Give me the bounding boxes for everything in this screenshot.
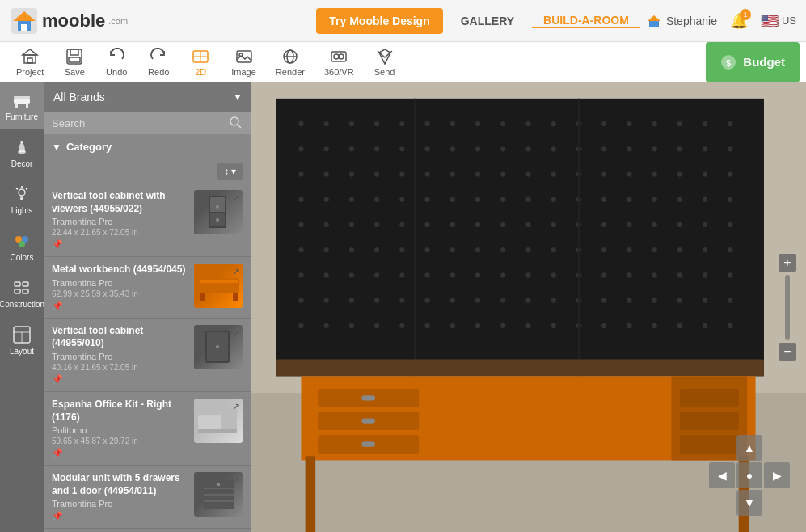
- svg-point-123: [703, 171, 707, 176]
- product-share-icon-0[interactable]: ↗: [232, 192, 240, 204]
- product-item-1[interactable]: Metal workbench (44954/045) Tramontina P…: [44, 257, 251, 319]
- svg-point-147: [399, 222, 404, 227]
- toolbar-render[interactable]: Render: [266, 44, 314, 80]
- product-item-4[interactable]: Modular unit with 5 drawers and 1 door (…: [44, 466, 251, 529]
- sidebar-item-colors[interactable]: Colors: [0, 223, 44, 270]
- search-bar: [44, 112, 251, 134]
- svg-point-125: [298, 197, 303, 202]
- nav-center-button[interactable]: ●: [736, 462, 762, 488]
- 3d-view[interactable]: ▲ ◀ ● ▶ ▼ + −: [251, 82, 806, 532]
- svg-point-141: [703, 197, 707, 202]
- brand-dropdown-wrap[interactable]: All Brands Tramontina Pro Politorno: [44, 82, 251, 112]
- svg-point-212: [677, 298, 682, 303]
- nav-up-button[interactable]: ▲: [736, 435, 762, 461]
- svg-point-148: [424, 222, 429, 227]
- svg-point-201: [399, 298, 404, 303]
- product-share-icon-1[interactable]: ↗: [232, 266, 240, 277]
- svg-point-98: [525, 146, 530, 151]
- svg-point-175: [652, 247, 657, 252]
- sidebar-item-layout[interactable]: Layout: [0, 317, 44, 364]
- svg-rect-54: [200, 293, 205, 301]
- svg-point-158: [677, 222, 682, 227]
- svg-point-206: [525, 298, 530, 303]
- build-a-room-nav-link[interactable]: BUILD-A-ROOM: [532, 14, 640, 28]
- toolbar-send[interactable]: Send: [364, 44, 406, 80]
- try-mooble-button[interactable]: Try Mooble Design: [316, 8, 442, 34]
- svg-point-195: [703, 272, 707, 277]
- toolbar-2d[interactable]: 2D: [179, 44, 222, 80]
- product-share-icon-4[interactable]: ↗: [232, 475, 240, 486]
- gallery-nav-link[interactable]: GALLERY: [449, 15, 525, 27]
- svg-point-146: [374, 222, 379, 227]
- nav-down-button[interactable]: ▼: [736, 490, 762, 516]
- sidebar-layout-label: Layout: [10, 347, 34, 356]
- product-brand-3: Politorno: [52, 425, 188, 435]
- product-share-text-4: 📌: [52, 511, 188, 521]
- product-item-0[interactable]: Vertical tool cabinet with viewers (4495…: [44, 184, 251, 257]
- navigation-overlay: ▲ ◀ ● ▶ ▼: [709, 435, 790, 516]
- product-name-0: Vertical tool cabinet with viewers (4495…: [52, 190, 188, 215]
- svg-point-87: [703, 121, 707, 126]
- zoom-out-button[interactable]: −: [779, 343, 796, 361]
- product-list: Vertical tool cabinet with viewers (4495…: [44, 184, 251, 532]
- svg-point-129: [399, 197, 404, 202]
- svg-point-186: [475, 272, 480, 277]
- toolbar-project[interactable]: Project: [6, 44, 53, 80]
- svg-rect-240: [361, 395, 375, 400]
- svg-point-178: [728, 247, 732, 252]
- nav-right-button[interactable]: ▶: [764, 462, 790, 488]
- sidebar-item-decor[interactable]: Decor: [0, 129, 44, 176]
- svg-point-161: [298, 247, 303, 252]
- decor-icon: [12, 137, 32, 157]
- svg-point-183: [399, 272, 404, 277]
- zoom-in-button[interactable]: +: [779, 254, 796, 272]
- svg-point-85: [652, 121, 657, 126]
- colors-icon: [12, 231, 32, 251]
- budget-button[interactable]: $ Budget: [706, 42, 800, 82]
- toolbar-image[interactable]: Image: [222, 44, 266, 80]
- product-item-2[interactable]: Vertical tool cabinet (44955/010) Tramon…: [44, 319, 251, 392]
- zoom-slider[interactable]: [785, 275, 790, 340]
- svg-point-93: [399, 146, 404, 151]
- sidebar-item-construction[interactable]: Construction: [0, 270, 44, 317]
- toolbar-save[interactable]: Save: [53, 44, 95, 80]
- toolbar-undo[interactable]: Undo: [95, 44, 137, 80]
- svg-point-144: [324, 222, 329, 227]
- product-panel: All Brands Tramontina Pro Politorno ▼ Ca…: [44, 82, 251, 532]
- svg-point-185: [450, 272, 455, 277]
- sidebar-item-lights[interactable]: Lights: [0, 176, 44, 223]
- nav-left-button[interactable]: ◀: [709, 462, 735, 488]
- svg-point-94: [424, 146, 429, 151]
- svg-rect-10: [70, 49, 78, 55]
- toolbar-redo[interactable]: Redo: [137, 44, 179, 80]
- toolbar-360vr[interactable]: 360/VR: [314, 44, 364, 80]
- brand-select[interactable]: All Brands Tramontina Pro Politorno: [44, 82, 251, 112]
- product-item-3[interactable]: Espanha Office Kit - Right (1176) Polito…: [44, 392, 251, 466]
- product-dims-0: 22.44 x 21.65 x 72.05 in: [52, 228, 188, 237]
- sort-button[interactable]: ↕ ▾: [217, 163, 243, 180]
- svg-point-191: [601, 272, 606, 277]
- svg-point-149: [450, 222, 455, 227]
- svg-point-221: [450, 323, 455, 328]
- product-share-text-0: 📌: [52, 239, 188, 250]
- svg-rect-70: [276, 99, 764, 377]
- svg-point-225: [551, 323, 556, 328]
- user-nav[interactable]: Stephanie: [647, 14, 717, 28]
- svg-point-78: [475, 121, 480, 126]
- search-input[interactable]: [52, 117, 225, 129]
- language-selector[interactable]: 🇺🇸 US: [761, 12, 796, 30]
- notification-icon[interactable]: 🔔 1: [730, 12, 748, 30]
- svg-point-121: [652, 171, 657, 176]
- product-share-icon-2[interactable]: ↗: [232, 327, 240, 339]
- svg-point-228: [627, 323, 631, 328]
- svg-point-177: [703, 247, 707, 252]
- product-share-icon-3[interactable]: ↗: [232, 401, 240, 412]
- sidebar-item-furniture[interactable]: Furniture: [0, 82, 44, 129]
- svg-point-167: [450, 247, 455, 252]
- svg-point-137: [601, 197, 606, 202]
- sidebar-furniture-label: Furniture: [6, 112, 38, 121]
- svg-rect-3: [21, 24, 27, 31]
- svg-point-111: [399, 171, 404, 176]
- svg-point-128: [374, 197, 379, 202]
- svg-point-139: [652, 197, 657, 202]
